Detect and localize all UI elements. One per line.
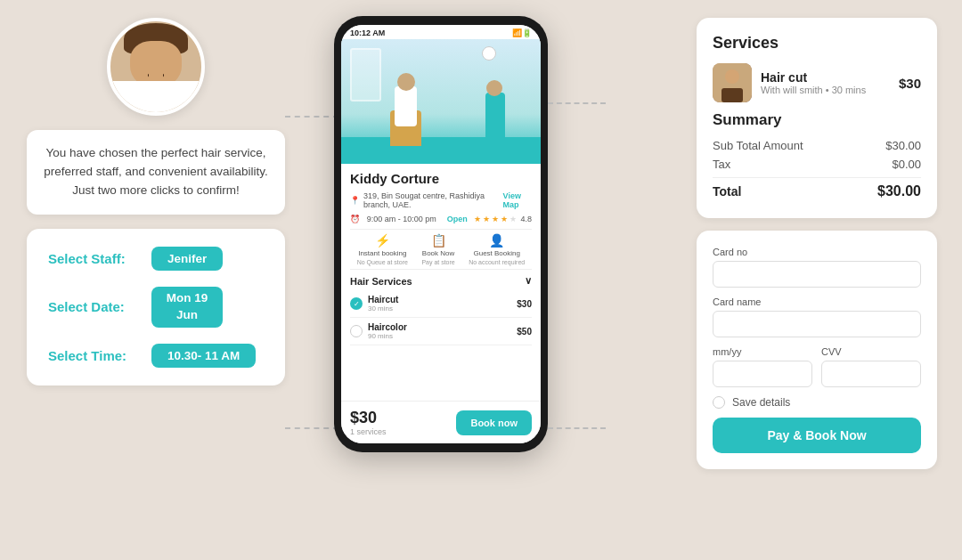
connector-mid-h [285, 427, 338, 429]
left-column: You have chosen the perfect hair service… [27, 18, 285, 386]
date-label: Select Date: [48, 299, 137, 314]
speech-bubble: You have chosen the perfect hair service… [27, 130, 285, 215]
card-no-label: Card no [713, 247, 921, 257]
barber-client-head [397, 73, 415, 91]
guest-sub: No account required [469, 259, 525, 265]
check-icon: ✓ [350, 297, 363, 310]
booking-opt-now[interactable]: 📋 Book Now Pay at store [421, 233, 454, 265]
book-now-icon: 📋 [431, 233, 446, 248]
status-bar: 10:12 AM 📶🔋 [341, 25, 541, 39]
pay-book-button[interactable]: Pay & Book Now [713, 418, 921, 453]
cvv-group: CVV [821, 346, 921, 387]
guest-icon: 👤 [489, 233, 504, 248]
card-no-group: Card no [713, 247, 921, 288]
guest-label: Guest Booking [473, 249, 519, 257]
card-name-input[interactable] [713, 311, 921, 337]
avatar [107, 18, 205, 116]
summary-section: Summary Sub Total Amount $30.00 Tax $0.0… [713, 111, 921, 202]
footer-amount: $30 [350, 409, 387, 427]
book-now-label: Book Now [422, 249, 454, 257]
phone-screen: 10:12 AM 📶🔋 Kiddy Corture 📍 [341, 25, 541, 443]
star-rating: 4.8 [520, 215, 532, 223]
star-2: ★ [483, 215, 490, 223]
barber-person [485, 93, 505, 146]
barber-clock [482, 46, 496, 61]
service-info-2: Haircolor 90 mins [368, 322, 407, 340]
save-checkbox[interactable] [713, 396, 725, 409]
service-name-2: Haircolor [368, 322, 407, 332]
time-badge[interactable]: 10.30- 11 AM [151, 344, 256, 368]
instant-icon: ⚡ [375, 233, 390, 248]
connector-phone-right-top [548, 102, 606, 104]
svg-rect-2 [722, 88, 743, 102]
cvv-label: CVV [821, 346, 921, 357]
shirt [110, 81, 201, 112]
service-detail-name: Hair cut [761, 70, 890, 85]
salon-hours: 9:00 am - 10:00 pm [367, 215, 436, 223]
barber-client [395, 86, 417, 126]
tax-label: Tax [713, 158, 730, 171]
star-4: ★ [501, 215, 508, 223]
staff-row: Select Staff: Jenifer [48, 247, 264, 271]
subtotal-label: Sub Total Amount [713, 139, 803, 152]
instant-label: Instant booking [358, 249, 406, 257]
card-no-input[interactable] [713, 261, 921, 288]
cvv-input[interactable] [821, 361, 921, 387]
right-column: Services Hair cut With will smith • 30 m… [697, 18, 937, 469]
status-time: 10:12 AM [350, 28, 385, 37]
service-name: Haircut [368, 295, 398, 304]
connector-top-h [285, 116, 338, 118]
expiry-input[interactable] [713, 361, 812, 387]
services-section: Hair Services ∨ ✓ Haircut 30 mins $30 [350, 275, 532, 394]
view-map-link[interactable]: View Map [503, 191, 532, 209]
instant-sub: No Queue at store [357, 259, 408, 265]
expiry-cvv-row: mm/yy CVV [713, 346, 921, 387]
staff-badge[interactable]: Jenifer [151, 247, 223, 271]
hero-image [341, 39, 541, 164]
footer-services: 1 services [350, 427, 387, 436]
booking-options: ⚡ Instant booking No Queue at store 📋 Bo… [350, 229, 532, 270]
booking-opt-instant[interactable]: ⚡ Instant booking No Queue at store [357, 233, 408, 265]
service-detail: Hair cut With will smith • 30 mins [761, 70, 890, 95]
stars-row: ★ ★ ★ ★ ★ 4.8 [474, 215, 532, 223]
phone-shell: 10:12 AM 📶🔋 Kiddy Corture 📍 [334, 16, 548, 452]
footer-total: $30 1 services [350, 409, 387, 436]
service-item-haircolor[interactable]: Haircolor 90 mins $50 [350, 318, 532, 345]
star-3: ★ [492, 215, 499, 223]
summary-row-subtotal: Sub Total Amount $30.00 [713, 136, 921, 155]
service-info: Haircut 30 mins [368, 295, 398, 312]
speech-text: You have chosen the perfect hair service… [44, 146, 268, 197]
selection-card: Select Staff: Jenifer Select Date: Mon 1… [27, 229, 285, 386]
service-item-haircut[interactable]: ✓ Haircut 30 mins $30 [350, 290, 532, 318]
phone-footer: $30 1 services Book now [341, 401, 541, 443]
booking-opt-guest[interactable]: 👤 Guest Booking No account required [469, 233, 525, 265]
barber-floor [341, 137, 541, 164]
card-name-label: Card name [713, 296, 921, 307]
card-name-group: Card name [713, 296, 921, 337]
summary-title: Summary [713, 111, 921, 129]
subtotal-value: $30.00 [885, 139, 921, 152]
date-row: Select Date: Mon 19Jun [48, 287, 264, 328]
summary-row-tax: Tax $0.00 [713, 155, 921, 174]
service-duration-2: 90 mins [368, 332, 407, 340]
services-card: Services Hair cut With will smith • 30 m… [697, 18, 937, 218]
service-price-2: $50 [517, 327, 532, 337]
barber-mirror [350, 48, 381, 101]
phone-wrapper: 10:12 AM 📶🔋 Kiddy Corture 📍 [334, 16, 548, 541]
star-5: ★ [510, 215, 517, 223]
barber-person-head [486, 80, 502, 96]
services-title: Services [713, 34, 921, 53]
expiry-label: mm/yy [713, 346, 812, 357]
services-header: Hair Services ∨ [350, 275, 532, 287]
star-1: ★ [474, 215, 481, 223]
salon-address-row: 📍 319, Bin Sougat centre, Rashidiya bran… [350, 191, 532, 209]
service-thumbnail [713, 63, 752, 102]
service-detail-sub: With will smith • 30 mins [761, 85, 890, 95]
book-now-button[interactable]: Book now [456, 410, 532, 435]
service-price: $30 [517, 299, 532, 309]
service-duration: 30 mins [368, 304, 398, 312]
clock-icon: ⏰ [350, 215, 360, 223]
book-now-sub: Pay at store [421, 259, 454, 265]
staff-label: Select Staff: [48, 251, 137, 266]
date-badge[interactable]: Mon 19Jun [151, 287, 223, 328]
